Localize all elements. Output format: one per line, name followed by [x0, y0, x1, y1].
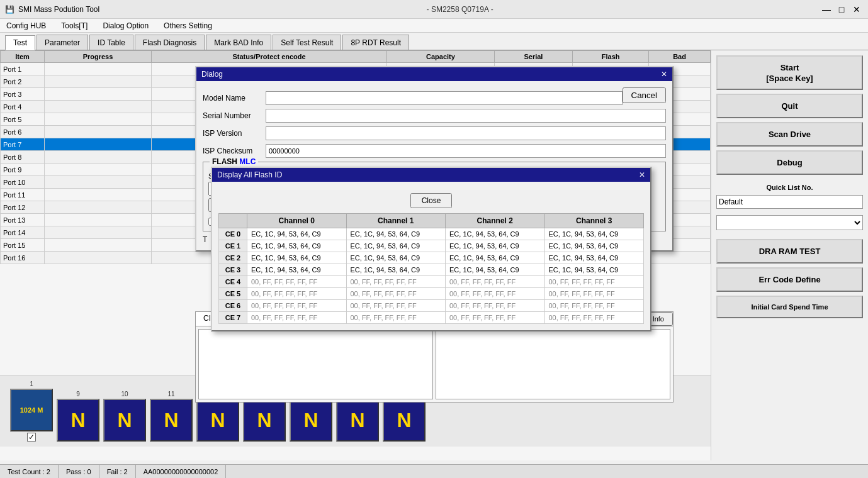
main-content: Item Progress Status/Protect encode Capa… [0, 50, 868, 460]
flash-id-cell-ch3: 00, FF, FF, FF, FF, FF [544, 300, 644, 312]
model-name-input[interactable] [266, 91, 623, 105]
flash-id-cell-ch2: 00, FF, FF, FF, FF, FF [446, 288, 545, 300]
flash-id-cell-ch3: 00, FF, FF, FF, FF, FF [544, 288, 644, 300]
flash-id-cell-ch3: 00, FF, FF, FF, FF, FF [544, 312, 644, 324]
flash-id-cell-ch0: EC, 1C, 94, 53, 64, C9 [247, 228, 347, 240]
flash-id-cell-ch1: EC, 1C, 94, 53, 64, C9 [346, 240, 446, 252]
t-label: T [203, 235, 207, 244]
flash-id-row: CE 700, FF, FF, FF, FF, FF00, FF, FF, FF… [219, 312, 644, 324]
flash-id-table-body: CE 0EC, 1C, 94, 53, 64, C9EC, 1C, 94, 53… [219, 228, 644, 324]
flash-id-cell-ch1: EC, 1C, 94, 53, 64, C9 [346, 264, 446, 276]
flash-id-close-icon[interactable]: ✕ [639, 170, 645, 179]
cid-setting-textarea[interactable] [198, 329, 433, 399]
flash-id-row: CE 2EC, 1C, 94, 53, 64, C9EC, 1C, 94, 53… [219, 252, 644, 264]
dialog-overlay: Dialog ✕ Cancel Model Name Serial Number… [0, 0, 868, 478]
flash-id-row: CE 1EC, 1C, 94, 53, 64, C9EC, 1C, 94, 53… [219, 240, 644, 252]
flash-id-cell-ch1: 00, FF, FF, FF, FF, FF [346, 312, 446, 324]
col-header-ch3: Channel 3 [544, 214, 644, 228]
channel-table: Channel 0 Channel 1 Channel 2 Channel 3 … [218, 213, 644, 324]
flash-label: FLASH [212, 157, 237, 166]
flash-id-cell-ch2: 00, FF, FF, FF, FF, FF [446, 312, 545, 324]
flash-id-cell-ch1: 00, FF, FF, FF, FF, FF [346, 300, 446, 312]
flash-id-cell-ch0: 00, FF, FF, FF, FF, FF [247, 288, 347, 300]
serial-number-row: Serial Number [203, 109, 666, 123]
flash-id-cell-ch3: EC, 1C, 94, 53, 64, C9 [544, 264, 644, 276]
flash-id-cell-ch0: 00, FF, FF, FF, FF, FF [247, 276, 347, 288]
flash-id-row: CE 3EC, 1C, 94, 53, 64, C9EC, 1C, 94, 53… [219, 264, 644, 276]
flash-id-cell-ch2: EC, 1C, 94, 53, 64, C9 [446, 252, 545, 264]
ce-row-label: CE 0 [219, 228, 247, 240]
flash-id-body: Close Channel 0 Channel 1 Channel 2 Chan… [212, 182, 650, 330]
flash-id-cell-ch1: EC, 1C, 94, 53, 64, C9 [346, 228, 446, 240]
col-header-ch1: Channel 1 [346, 214, 446, 228]
extra-textarea[interactable] [436, 329, 670, 399]
dialog-cancel-button[interactable]: Cancel [623, 87, 667, 103]
flash-id-cell-ch0: 00, FF, FF, FF, FF, FF [247, 300, 347, 312]
flash-id-title-text: Display All Flash ID [217, 170, 282, 179]
flash-id-row: CE 600, FF, FF, FF, FF, FF00, FF, FF, FF… [219, 300, 644, 312]
flash-id-cell-ch2: EC, 1C, 94, 53, 64, C9 [446, 240, 545, 252]
flash-id-cell-ch0: 00, FF, FF, FF, FF, FF [247, 312, 347, 324]
flash-id-cell-ch1: 00, FF, FF, FF, FF, FF [346, 276, 446, 288]
flash-id-cell-ch2: EC, 1C, 94, 53, 64, C9 [446, 264, 545, 276]
flash-id-cell-ch1: 00, FF, FF, FF, FF, FF [346, 288, 446, 300]
flash-id-dialog: Display All Flash ID ✕ Close Channel 0 C… [211, 167, 651, 331]
flash-id-cell-ch0: EC, 1C, 94, 53, 64, C9 [247, 252, 347, 264]
flash-id-row: CE 400, FF, FF, FF, FF, FF00, FF, FF, FF… [219, 276, 644, 288]
flash-id-cell-ch0: EC, 1C, 94, 53, 64, C9 [247, 240, 347, 252]
flash-id-cell-ch2: 00, FF, FF, FF, FF, FF [446, 276, 545, 288]
flash-id-row: CE 500, FF, FF, FF, FF, FF00, FF, FF, FF… [219, 288, 644, 300]
dialog-close-icon[interactable]: ✕ [661, 70, 667, 79]
ce-row-label: CE 3 [219, 264, 247, 276]
isp-version-input[interactable] [266, 126, 666, 140]
flash-id-cell-ch0: EC, 1C, 94, 53, 64, C9 [247, 264, 347, 276]
isp-checksum-row: ISP Checksum [203, 144, 666, 158]
flash-id-cell-ch2: 00, FF, FF, FF, FF, FF [446, 300, 545, 312]
serial-number-label: Serial Number [203, 111, 266, 120]
close-flash-id-button[interactable]: Close [410, 193, 453, 208]
flash-legend: FLASH MLC [210, 157, 258, 166]
isp-checksum-label: ISP Checksum [203, 147, 266, 155]
flash-id-cell-ch3: EC, 1C, 94, 53, 64, C9 [544, 240, 644, 252]
flash-id-row: CE 0EC, 1C, 94, 53, 64, C9EC, 1C, 94, 53… [219, 228, 644, 240]
ce-row-label: CE 7 [219, 312, 247, 324]
model-name-label: Model Name [203, 94, 266, 103]
isp-version-row: ISP Version [203, 126, 666, 140]
bottom-content [196, 326, 673, 402]
flash-id-cell-ch3: 00, FF, FF, FF, FF, FF [544, 276, 644, 288]
ce-row-label: CE 2 [219, 252, 247, 264]
col-header-ch2: Channel 2 [446, 214, 545, 228]
col-header-ce [219, 214, 247, 228]
isp-checksum-input[interactable] [266, 144, 666, 158]
ce-row-label: CE 5 [219, 288, 247, 300]
ce-row-label: CE 1 [219, 240, 247, 252]
serial-number-input[interactable] [266, 109, 666, 123]
dialog-title-text: Dialog [201, 70, 223, 79]
ce-row-label: CE 6 [219, 300, 247, 312]
main-dialog-title: Dialog ✕ [196, 67, 672, 81]
flash-id-cell-ch1: EC, 1C, 94, 53, 64, C9 [346, 252, 446, 264]
isp-version-label: ISP Version [203, 129, 266, 138]
flash-id-cell-ch2: EC, 1C, 94, 53, 64, C9 [446, 228, 545, 240]
flash-id-cell-ch3: EC, 1C, 94, 53, 64, C9 [544, 228, 644, 240]
flash-id-cell-ch3: EC, 1C, 94, 53, 64, C9 [544, 252, 644, 264]
mlc-label: MLC [239, 157, 256, 166]
col-header-ch0: Channel 0 [247, 214, 347, 228]
model-name-row: Model Name [203, 91, 623, 105]
ce-row-label: CE 4 [219, 276, 247, 288]
flash-id-title-bar: Display All Flash ID ✕ [212, 168, 650, 182]
